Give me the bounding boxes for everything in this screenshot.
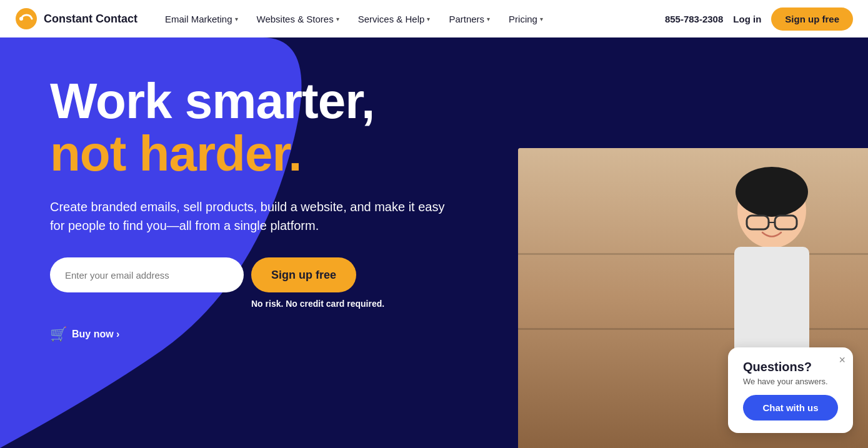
chat-widget-subtitle: We have your answers. [743,377,838,386]
hero-title: Work smarter, not harder. [50,75,512,180]
chevron-down-icon: ▾ [427,16,430,22]
chevron-down-icon: ▾ [487,16,490,22]
svg-point-3 [736,167,808,217]
login-link[interactable]: Log in [733,14,761,24]
cart-icon: 🛒 [50,326,67,342]
logo[interactable]: Constant Contact [15,7,137,30]
chevron-down-icon: ▾ [336,16,339,22]
hero-content: Work smarter, not harder. Create branded… [50,75,512,342]
signup-button-hero[interactable]: Sign up free [251,257,356,292]
signup-button-nav[interactable]: Sign up free [771,7,853,31]
hero-section: Work smarter, not harder. Create branded… [0,37,868,448]
navbar: Constant Contact Email Marketing ▾ Websi… [0,0,868,37]
chat-with-us-button[interactable]: Chat with us [743,395,838,421]
nav-item-email-marketing[interactable]: Email Marketing ▾ [157,9,246,29]
logo-text: Constant Contact [44,12,137,26]
svg-point-0 [16,8,37,29]
svg-rect-7 [734,247,809,359]
logo-icon [15,7,37,30]
close-button[interactable]: × [839,354,846,367]
nav-item-services-help[interactable]: Services & Help ▾ [351,9,438,29]
chevron-down-icon: ▾ [540,16,543,22]
svg-point-1 [19,17,23,21]
hero-title-line2: not harder. [50,127,512,180]
chevron-down-icon: ▾ [235,16,238,22]
nav-right: 855-783-2308 Log in Sign up free [665,7,853,31]
email-input[interactable] [50,257,244,292]
nav-item-partners[interactable]: Partners ▾ [441,9,497,29]
buy-now-link[interactable]: 🛒 Buy now › [50,326,512,342]
hero-title-line1: Work smarter, [50,75,512,127]
phone-number: 855-783-2308 [665,14,723,24]
hero-form: Sign up free [50,257,512,292]
chat-widget-title: Questions? [743,360,838,374]
nav-item-websites-stores[interactable]: Websites & Stores ▾ [249,9,347,29]
hero-subtitle: Create branded emails, sell products, bu… [50,197,450,235]
nav-item-pricing[interactable]: Pricing ▾ [501,9,551,29]
nav-links: Email Marketing ▾ Websites & Stores ▾ Se… [157,9,665,29]
no-risk-text: No risk. No credit card required. [251,299,512,309]
chat-widget: × Questions? We have your answers. Chat … [728,347,853,433]
